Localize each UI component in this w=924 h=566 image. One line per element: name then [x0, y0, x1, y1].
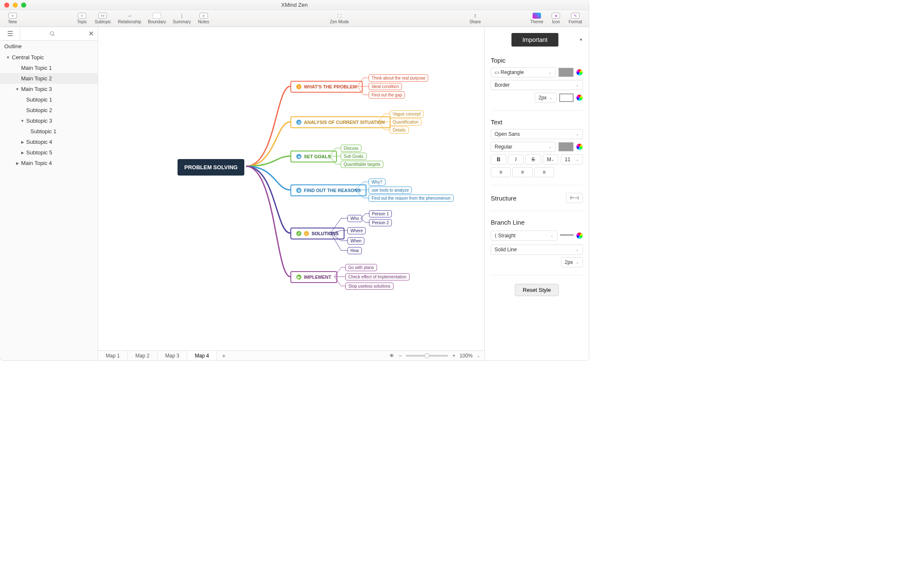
- leaf[interactable]: use tools to analyze: [369, 187, 412, 194]
- leaf[interactable]: Ideal condition: [369, 83, 402, 90]
- bold-button[interactable]: B: [491, 154, 506, 165]
- color-wheel-icon[interactable]: [576, 143, 583, 150]
- close-panel-button[interactable]: ✕: [84, 30, 98, 38]
- leaf[interactable]: Who: [347, 215, 362, 222]
- border-select[interactable]: Border⌄: [491, 80, 583, 90]
- sheet-tab[interactable]: Map 3: [158, 351, 187, 360]
- font-weight-select[interactable]: Regular⌄: [491, 142, 556, 152]
- leaf[interactable]: Sub Goals: [341, 153, 366, 160]
- add-sheet-button[interactable]: +: [217, 352, 230, 359]
- new-button[interactable]: + New: [3, 13, 22, 24]
- leaf[interactable]: Where: [347, 227, 366, 234]
- italic-button[interactable]: I: [508, 154, 524, 165]
- branch-style-select[interactable]: ⟨ Straight⌄: [491, 231, 558, 241]
- branch-width-select[interactable]: 2px⌄: [561, 257, 583, 267]
- sheet-tab[interactable]: Map 2: [128, 351, 157, 360]
- reset-style-button[interactable]: Reset Style: [515, 284, 559, 296]
- leaf[interactable]: Find out the gap: [369, 91, 405, 99]
- align-right-button[interactable]: ≡: [534, 167, 554, 177]
- color-wheel-icon[interactable]: [576, 69, 583, 76]
- branch-6[interactable]: ▶IMPLEMENT: [290, 271, 337, 283]
- toggle-icon[interactable]: ▼: [6, 55, 10, 60]
- maximize-window-button[interactable]: [21, 3, 26, 8]
- leaf[interactable]: Details: [390, 126, 409, 134]
- leaf[interactable]: How: [347, 247, 362, 254]
- importance-badge[interactable]: Important: [511, 33, 558, 47]
- notes-button[interactable]: ≡Notes: [194, 13, 213, 24]
- leaf[interactable]: Discuss: [341, 145, 361, 152]
- branch-1[interactable]: ?WHAT'S THE PROBLEM: [290, 81, 363, 93]
- zoom-slider[interactable]: [406, 355, 448, 357]
- leaf[interactable]: Person 1: [369, 210, 392, 217]
- leaf[interactable]: Go with plans: [345, 264, 377, 271]
- zen-mode-button[interactable]: ⛶Zen Mode: [326, 13, 352, 24]
- outline-view-toggle[interactable]: ☰: [0, 27, 20, 40]
- shape-select[interactable]: ▭ Regtangle⌄: [491, 67, 556, 77]
- minimize-window-button[interactable]: [13, 3, 18, 8]
- sheet-tab[interactable]: Map 4: [187, 351, 217, 360]
- branch-4[interactable]: ✿FIND OUT THE REASONS: [290, 184, 366, 196]
- outline-item[interactable]: ▶Main Topic 1: [0, 63, 98, 73]
- leaf[interactable]: Person 2: [369, 219, 392, 226]
- leaf[interactable]: Check effect of Implementation: [345, 273, 410, 280]
- canvas[interactable]: PROBLEM SOLVING ?WHAT'S THE PROBLEM Thin…: [98, 27, 484, 360]
- leaf[interactable]: Quantification: [390, 118, 421, 126]
- subtopic-button[interactable]: •+Subtopic: [91, 13, 115, 24]
- outline-item[interactable]: ▼Subtopic 3: [0, 115, 98, 126]
- icon-button[interactable]: ★Icon: [547, 13, 565, 24]
- zoom-in-button[interactable]: +: [452, 353, 455, 359]
- outline-item[interactable]: ▶Subtopic 2: [0, 105, 98, 115]
- align-center-button[interactable]: ≡: [512, 167, 532, 177]
- font-family-select[interactable]: Open Sans⌄: [491, 129, 583, 139]
- chevron-down-icon[interactable]: ▼: [579, 38, 583, 42]
- branch-2[interactable]: ◷ANALYSIS OF CURRENT SITUATION: [290, 116, 391, 128]
- text-color-swatch[interactable]: [558, 142, 574, 151]
- strikethrough-button[interactable]: S: [525, 154, 541, 165]
- toggle-icon[interactable]: ▶: [15, 161, 19, 165]
- leaf[interactable]: Why?: [369, 179, 385, 186]
- outline-item[interactable]: ▶Main Topic 2: [0, 73, 98, 84]
- theme-button[interactable]: Theme: [527, 13, 547, 24]
- toggle-icon[interactable]: ▼: [20, 119, 25, 123]
- toggle-icon[interactable]: ▼: [15, 87, 19, 91]
- zoom-out-button[interactable]: −: [399, 353, 402, 359]
- border-color-swatch[interactable]: [559, 93, 574, 102]
- leaf[interactable]: When: [347, 237, 364, 245]
- summary-button[interactable]: }Summary: [169, 13, 194, 24]
- font-size-select[interactable]: 11⌄: [561, 154, 583, 165]
- search-icon[interactable]: [20, 31, 84, 37]
- branch-line-select[interactable]: Solid Line⌄: [491, 245, 583, 255]
- sheet-tab[interactable]: Map 1: [98, 351, 128, 360]
- leaf[interactable]: Stop useless solutions: [345, 283, 394, 290]
- color-wheel-icon[interactable]: [576, 94, 583, 101]
- outline-item[interactable]: ▼Central Topic: [0, 52, 98, 63]
- toggle-icon[interactable]: ▶: [20, 140, 25, 144]
- border-width-select[interactable]: 2px⌄: [535, 93, 557, 103]
- color-wheel-icon[interactable]: [576, 232, 583, 239]
- eye-icon[interactable]: 👁: [389, 353, 394, 359]
- share-button[interactable]: ↥Share: [466, 13, 484, 24]
- outline-item[interactable]: ▶Main Topic 4: [0, 158, 98, 168]
- fill-color-swatch[interactable]: [558, 68, 574, 77]
- close-window-button[interactable]: [4, 3, 9, 8]
- outline-item[interactable]: ▶Subtopic 1: [0, 126, 98, 137]
- format-button[interactable]: ✎Format: [565, 13, 585, 24]
- boundary-button[interactable]: Boundary: [145, 13, 169, 24]
- align-left-button[interactable]: ≡: [491, 167, 511, 177]
- relationship-button[interactable]: ⤻Relationship: [115, 13, 145, 24]
- topic-button[interactable]: +Topic: [73, 13, 91, 24]
- leaf[interactable]: Vague concept: [390, 110, 424, 118]
- case-button[interactable]: M⌄: [543, 154, 558, 165]
- chevron-down-icon[interactable]: ⌄: [477, 354, 480, 358]
- outline-item[interactable]: ▶Subtopic 1: [0, 94, 98, 105]
- branch-5[interactable]: ✔•SOLUTIONS: [290, 228, 344, 239]
- leaf[interactable]: Find out the reason from the phenomenon: [369, 195, 454, 202]
- branch-3[interactable]: ◎SET GOALS: [290, 151, 337, 162]
- structure-button[interactable]: ⊢⊣: [566, 193, 583, 203]
- leaf[interactable]: Quantifiable targets: [341, 161, 383, 168]
- outline-item[interactable]: ▶Subtopic 5: [0, 147, 98, 158]
- outline-item[interactable]: ▶Subtopic 4: [0, 137, 98, 147]
- leaf[interactable]: Think about the real purpose: [369, 74, 428, 82]
- outline-item[interactable]: ▼Main Topic 3: [0, 84, 98, 94]
- toggle-icon[interactable]: ▶: [20, 151, 25, 155]
